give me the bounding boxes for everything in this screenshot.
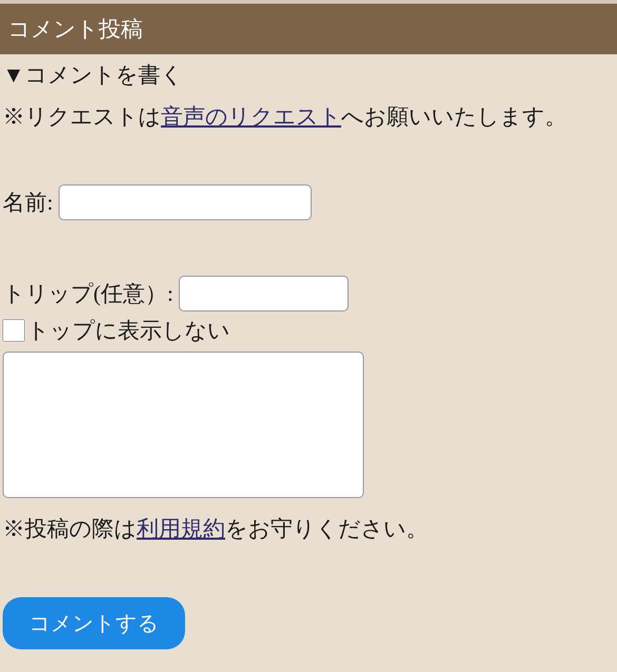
name-row: 名前: — [3, 184, 614, 220]
trip-input[interactable] — [179, 276, 349, 311]
write-comment-subtitle: ▼コメントを書く — [3, 61, 614, 90]
name-input[interactable] — [59, 184, 312, 220]
name-label: 名前: — [3, 188, 53, 217]
audio-request-link[interactable]: 音声のリクエスト — [161, 104, 341, 129]
comment-textarea[interactable] — [3, 352, 364, 498]
notice-suffix: へお願いいたします。 — [341, 104, 567, 129]
submit-comment-button[interactable]: コメントする — [3, 597, 185, 649]
request-notice: ※リクエストは音声のリクエストへお願いいたします。 — [3, 99, 614, 134]
header-title: コメント投稿 — [8, 17, 143, 41]
checkbox-row: トップに表示しない — [3, 316, 614, 345]
section-header: コメント投稿 — [0, 4, 617, 54]
trip-label: トリップ(任意）: — [3, 279, 173, 308]
content-area: ▼コメントを書く ※リクエストは音声のリクエストへお願いいたします。 名前: ト… — [0, 61, 617, 649]
terms-notice: ※投稿の際は利用規約をお守りください。 — [3, 514, 614, 543]
checkbox-label: トップに表示しない — [27, 316, 230, 345]
terms-suffix: をお守りください。 — [225, 517, 428, 541]
hide-from-top-checkbox[interactable] — [3, 319, 25, 342]
notice-prefix: ※リクエストは — [3, 104, 161, 129]
top-decoration-bar — [0, 0, 617, 4]
trip-row: トリップ(任意）: — [3, 276, 614, 311]
terms-prefix: ※投稿の際は — [3, 517, 137, 541]
terms-link[interactable]: 利用規約 — [137, 517, 225, 541]
